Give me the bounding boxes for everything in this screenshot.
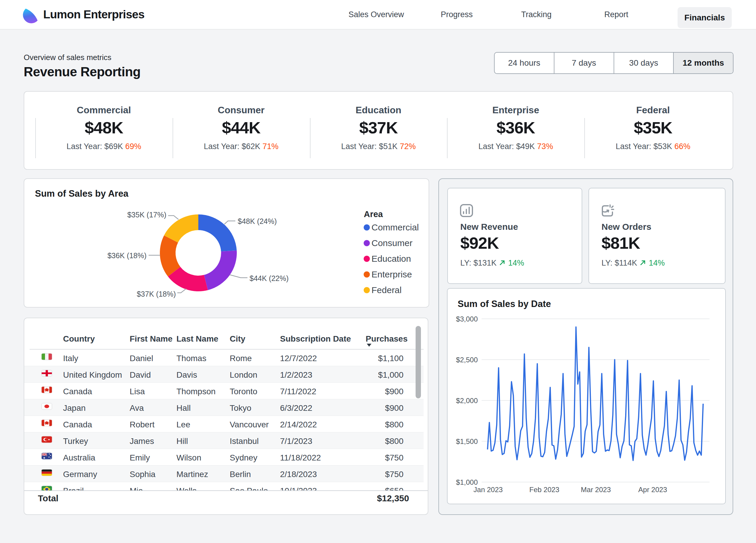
svg-text:$35K (17%): $35K (17%) (127, 211, 166, 219)
svg-text:Apr 2023: Apr 2023 (638, 486, 667, 494)
svg-text:Jan 2023: Jan 2023 (474, 486, 503, 494)
svg-text:Mar 2023: Mar 2023 (581, 486, 611, 494)
svg-text:$37K (18%): $37K (18%) (137, 290, 176, 298)
svg-text:$2,500: $2,500 (456, 356, 478, 364)
svg-text:Education: Education (371, 254, 411, 264)
svg-text:Consumer: Consumer (371, 238, 412, 248)
svg-text:Area: Area (364, 210, 383, 219)
svg-text:Commercial: Commercial (371, 223, 419, 232)
svg-text:$44K (22%): $44K (22%) (250, 274, 289, 282)
svg-text:Enterprise: Enterprise (371, 270, 412, 279)
svg-text:$1,000: $1,000 (456, 478, 478, 486)
svg-text:$3,000: $3,000 (456, 315, 478, 323)
svg-text:$36K (18%): $36K (18%) (107, 252, 147, 260)
svg-text:Federal: Federal (371, 285, 402, 295)
svg-text:Feb 2023: Feb 2023 (529, 486, 559, 494)
svg-text:$2,000: $2,000 (456, 397, 478, 405)
svg-text:$1,500: $1,500 (456, 437, 478, 445)
svg-text:$48K (24%): $48K (24%) (238, 217, 277, 226)
